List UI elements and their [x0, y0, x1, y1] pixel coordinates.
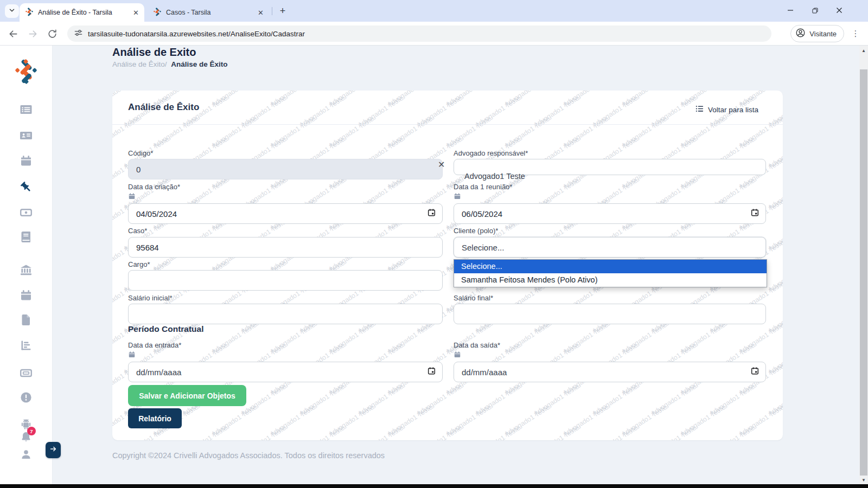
watermark-text: Advogado1 Teste: [767, 218, 783, 253]
salario-final-input[interactable]: [454, 304, 766, 324]
salario-inicial-label: Salário inicial*: [128, 294, 173, 302]
watermark-text: Advogado1 Teste: [112, 115, 141, 150]
scrollbar-thumb[interactable]: [860, 69, 867, 476]
watermark-text: Advogado1 Teste: [767, 259, 783, 294]
book-icon[interactable]: [20, 230, 33, 243]
person-icon[interactable]: [20, 448, 33, 461]
scrollbar-down-icon[interactable]: ▼: [859, 476, 868, 484]
salario-final-label: Salário final*: [454, 294, 493, 302]
data-reuniao-input[interactable]: [454, 203, 766, 224]
browser-menu-icon[interactable]: ⋮: [850, 27, 861, 40]
save-add-objects-button[interactable]: Salvar e Adicionar Objetos: [128, 385, 246, 406]
watermark-text: Advogado1 Teste: [767, 136, 783, 170]
caso-label: Caso*: [128, 227, 147, 235]
alert-icon[interactable]: [20, 391, 33, 404]
data-criacao-field: [128, 203, 443, 224]
tab-close-icon[interactable]: ✕: [258, 9, 264, 16]
chart-icon[interactable]: [20, 339, 33, 352]
window-minimize-button[interactable]: [778, 0, 803, 21]
breadcrumb-parent[interactable]: Análise de Êxito/: [112, 60, 167, 68]
datepicker-icon[interactable]: [751, 209, 759, 219]
codigo-field: [128, 159, 443, 179]
codigo-input[interactable]: [128, 159, 443, 179]
money-icon[interactable]: [20, 206, 33, 219]
datepicker-icon[interactable]: [427, 367, 436, 377]
watermark-text: Advogado1 Teste: [210, 115, 258, 150]
back-icon[interactable]: [7, 27, 20, 40]
file-icon[interactable]: [20, 313, 33, 326]
tab-search-button[interactable]: [5, 4, 19, 18]
watermark-text: Advogado1 Teste: [561, 403, 609, 438]
browser-toolbar: tarsilasuite-tudonatarsila.azurewebsites…: [0, 22, 868, 46]
watermark-text: Advogado1 Teste: [708, 383, 756, 418]
watermark-text: Advogado1 Teste: [327, 321, 375, 356]
scrollbar-up-icon[interactable]: ▲: [859, 47, 868, 54]
clear-icon[interactable]: ✕: [438, 159, 445, 170]
profile-button[interactable]: Visitante: [790, 25, 844, 42]
gavel-icon[interactable]: [20, 181, 33, 194]
watermark-text: Advogado1 Teste: [210, 403, 258, 438]
chevron-down-icon: [8, 7, 16, 16]
app-viewport: 7 Análise de Exito Análise de Êxito/ Aná…: [0, 46, 868, 484]
cliente-polo-select[interactable]: Selecione...: [454, 237, 766, 258]
new-tab-button[interactable]: +: [276, 4, 289, 17]
back-to-list-button[interactable]: Voltar para lista: [695, 104, 758, 115]
breadcrumb-current: Análise de Êxito: [171, 60, 227, 68]
watermark-text: Advogado1 Teste: [561, 91, 609, 108]
scrollbar[interactable]: ▲ ▼: [859, 46, 868, 484]
url-bar[interactable]: tarsilasuite-tudonatarsila.azurewebsites…: [67, 25, 771, 42]
browser-tab-active[interactable]: Análise de Êxito - Tarsila ✕: [20, 3, 144, 22]
data-saida-input[interactable]: [454, 362, 766, 382]
watermark-text: Advogado1 Teste: [737, 321, 783, 356]
cargo-input[interactable]: [128, 270, 443, 291]
cargo-label: Cargo*: [128, 260, 150, 268]
advogado-label: Advogado responsável*: [454, 149, 528, 157]
tab-close-icon[interactable]: ✕: [133, 9, 139, 16]
page-title: Análise de Exito: [112, 46, 196, 59]
tab-title: Casos - Tarsila: [166, 9, 253, 16]
browser-tab-inactive[interactable]: Casos - Tarsila ✕: [148, 3, 269, 22]
data-criacao-input[interactable]: [128, 203, 443, 224]
watermark-text: Advogado1 Teste: [503, 403, 551, 438]
calendar-small-icon: [128, 192, 136, 200]
report-button[interactable]: Relatório: [128, 408, 182, 428]
cliente-polo-selected-value: Selecione...: [462, 243, 504, 252]
salario-inicial-field: [128, 304, 443, 324]
window-close-button[interactable]: [827, 0, 852, 21]
calendar-icon[interactable]: [20, 289, 33, 302]
watermark-text: Advogado1 Teste: [503, 321, 551, 356]
watermark-text: Advogado1 Teste: [269, 91, 316, 108]
watermark-text: Advogado1 Teste: [532, 424, 580, 440]
watermark-text: Advogado1 Teste: [679, 403, 726, 438]
bank-icon[interactable]: [20, 264, 33, 277]
card-title: Análise de Êxito: [128, 102, 199, 113]
watermark-text: Advogado1 Teste: [767, 177, 783, 211]
salario-inicial-input[interactable]: [128, 304, 443, 324]
reload-icon[interactable]: [46, 27, 59, 40]
dropdown-option[interactable]: Selecione...: [454, 260, 767, 273]
watermark-text: Advogado1 Teste: [649, 383, 697, 418]
tarsila-logo-icon[interactable]: [14, 59, 39, 84]
datepicker-icon[interactable]: [751, 367, 759, 377]
dropdown-option[interactable]: Samantha Feitosa Mendes (Polo Ativo): [454, 273, 767, 287]
forward-icon[interactable]: [26, 27, 39, 40]
watermark-text: Advogado1 Teste: [444, 321, 492, 356]
table-list-icon[interactable]: [20, 103, 33, 116]
profile-label: Visitante: [809, 30, 837, 38]
browser-tab-strip: Análise de Êxito - Tarsila ✕ Casos - Tar…: [0, 0, 868, 22]
watermark-text: Advogado1 Teste: [708, 424, 756, 440]
calendar-icon[interactable]: [20, 155, 33, 168]
datepicker-icon[interactable]: [427, 209, 436, 219]
watermark-text: Advogado1 Teste: [561, 115, 609, 150]
id-card-icon[interactable]: [20, 129, 33, 142]
tab-title: Análise de Êxito - Tarsila: [38, 9, 129, 16]
codigo-label: Código*: [128, 149, 153, 157]
watermark-text: Advogado1 Teste: [298, 424, 346, 440]
window-restore-button[interactable]: [802, 0, 827, 21]
site-settings-icon[interactable]: [74, 29, 82, 39]
periodo-contratual-heading: Período Contratual: [128, 324, 204, 334]
watermark-text: Advogado1 Teste: [269, 115, 316, 150]
data-entrada-input[interactable]: [128, 362, 443, 382]
caso-input[interactable]: [128, 237, 443, 258]
ticket-icon[interactable]: [20, 367, 33, 380]
